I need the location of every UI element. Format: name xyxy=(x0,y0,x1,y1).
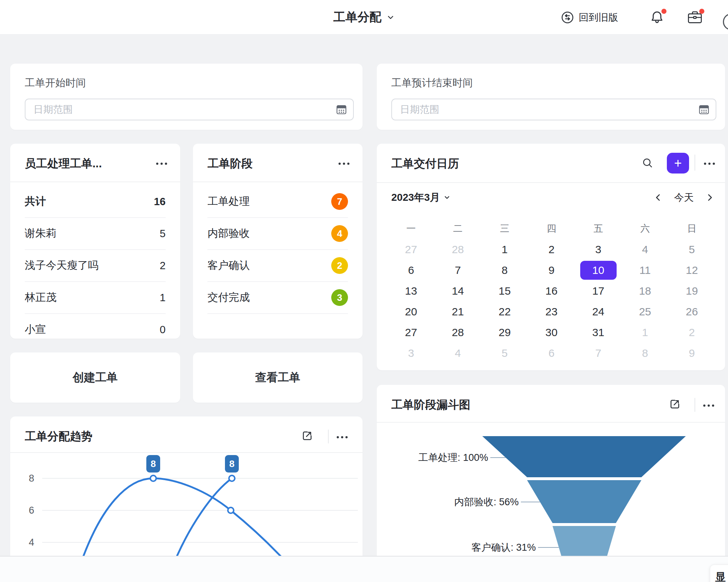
page-title-dropdown[interactable]: 工单分配 xyxy=(333,0,395,35)
calendar-day[interactable]: 6 xyxy=(388,260,435,280)
end-date-range-input[interactable] xyxy=(391,99,716,120)
calendar-day[interactable]: 1 xyxy=(481,239,528,260)
start-date-range-input[interactable] xyxy=(25,99,354,120)
stage-row[interactable]: 客户确认2 xyxy=(207,250,348,282)
employee-row[interactable]: 小宣0 xyxy=(25,314,166,339)
calendar-day[interactable]: 2 xyxy=(668,322,715,343)
stage-row[interactable]: 内部验收4 xyxy=(207,218,348,250)
add-event-button[interactable]: + xyxy=(667,153,689,174)
calendar-day[interactable]: 2 xyxy=(528,239,575,260)
calendar-day[interactable]: 8 xyxy=(481,260,528,280)
calendar-day[interactable]: 3 xyxy=(575,239,622,260)
calendar-day[interactable]: 21 xyxy=(435,301,482,322)
calendar-day[interactable]: 30 xyxy=(528,322,575,343)
employee-row[interactable]: 林正茂1 xyxy=(25,282,166,314)
calendar-day[interactable]: 25 xyxy=(622,301,669,322)
more-menu-icon[interactable] xyxy=(704,162,715,166)
employee-count: 16 xyxy=(154,196,166,208)
calendar-day[interactable]: 19 xyxy=(668,280,715,301)
view-workorder-button[interactable]: 查看工单 xyxy=(193,352,363,403)
chevron-left-icon[interactable] xyxy=(654,193,662,202)
open-in-new-icon[interactable] xyxy=(668,398,681,411)
employee-row[interactable]: 浅子今天瘦了吗2 xyxy=(25,250,166,282)
calendar-day[interactable]: 9 xyxy=(528,260,575,280)
calendar-day[interactable]: 22 xyxy=(481,301,528,322)
search-icon[interactable] xyxy=(641,157,654,169)
employee-name: 小宣 xyxy=(25,322,46,337)
calendar-day[interactable]: 11 xyxy=(622,260,669,280)
employee-count: 0 xyxy=(160,324,166,336)
calendar-day[interactable]: 12 xyxy=(668,260,715,280)
calendar-day[interactable]: 28 xyxy=(435,239,482,260)
calendar-day[interactable]: 9 xyxy=(668,343,715,363)
calendar-day[interactable]: 18 xyxy=(622,280,669,301)
notifications-button[interactable] xyxy=(649,10,665,25)
calendar-day[interactable]: 29 xyxy=(481,322,528,343)
funnel-segment-3[interactable] xyxy=(553,526,616,556)
stage-count-badge: 2 xyxy=(331,257,348,274)
calendar-day[interactable]: 23 xyxy=(528,301,575,322)
create-workorder-button[interactable]: 创建工单 xyxy=(10,352,180,403)
filter-end-label: 工单预计结束时间 xyxy=(391,76,473,90)
calendar-day[interactable]: 26 xyxy=(668,301,715,322)
calendar-day[interactable]: 13 xyxy=(388,280,435,301)
y-tick: 6 xyxy=(29,505,34,516)
open-in-new-icon[interactable] xyxy=(301,429,314,442)
calendar-day[interactable]: 15 xyxy=(481,280,528,301)
more-menu-icon[interactable] xyxy=(156,162,167,166)
more-menu-icon[interactable] xyxy=(337,435,348,439)
funnel-chart: 工单处理: 100% 内部验收: 56% 客户确认: 31% xyxy=(377,422,725,556)
trend-chart-card: 工单分配趋势 8 6 4 8 8 xyxy=(10,416,363,569)
calendar-day[interactable]: 4 xyxy=(435,343,482,363)
calendar-day[interactable]: 7 xyxy=(575,343,622,363)
more-menu-icon[interactable] xyxy=(339,162,349,166)
funnel-segment-1[interactable] xyxy=(482,436,686,477)
stage-row[interactable]: 工单处理7 xyxy=(207,186,348,218)
data-point-marker[interactable] xyxy=(229,475,235,481)
calendar-day[interactable]: 5 xyxy=(668,239,715,260)
data-point-marker[interactable] xyxy=(228,507,234,513)
stage-stats-card: 工单阶段 工单处理7内部验收4客户确认2交付完成3 xyxy=(193,144,363,339)
weekday-label: 日 xyxy=(668,218,715,239)
calendar-day[interactable]: 31 xyxy=(575,322,622,343)
more-menu-icon[interactable] xyxy=(703,404,714,407)
calendar-day[interactable]: 7 xyxy=(435,260,482,280)
calendar-day[interactable]: 24 xyxy=(575,301,622,322)
stage-name: 交付完成 xyxy=(207,290,250,305)
calendar-day[interactable]: 4 xyxy=(622,239,669,260)
calendar-day[interactable]: 20 xyxy=(388,301,435,322)
calendar-day[interactable]: 16 xyxy=(528,280,575,301)
calendar-day[interactable]: 6 xyxy=(528,343,575,363)
calendar-day[interactable]: 5 xyxy=(481,343,528,363)
today-button[interactable]: 今天 xyxy=(674,191,694,204)
calendar-day[interactable]: 27 xyxy=(388,322,435,343)
calendar-day[interactable]: 3 xyxy=(388,343,435,363)
employee-row[interactable]: 共计16 xyxy=(25,186,166,218)
calendar-day[interactable]: 28 xyxy=(435,322,482,343)
calendar-day[interactable]: 1 xyxy=(622,322,669,343)
employee-card-title: 员工处理工单... xyxy=(25,156,102,171)
notification-badge-dot xyxy=(661,9,666,14)
employee-row[interactable]: 谢朱莉5 xyxy=(25,218,166,250)
calendar-day[interactable]: 27 xyxy=(388,239,435,260)
back-to-old-button[interactable]: 回到旧版 xyxy=(561,0,618,35)
employee-count: 5 xyxy=(160,228,166,240)
stage-count-badge: 3 xyxy=(331,289,348,306)
calendar-icon[interactable] xyxy=(336,104,347,115)
stage-row[interactable]: 交付完成3 xyxy=(207,282,348,314)
filter-start-label: 工单开始时间 xyxy=(25,76,86,90)
calendar-day-selected[interactable]: 10 xyxy=(575,260,622,280)
calendar-icon[interactable] xyxy=(698,104,710,115)
chevron-right-icon[interactable] xyxy=(706,193,713,202)
data-point-marker[interactable] xyxy=(150,475,156,481)
calendar-day[interactable]: 14 xyxy=(435,280,482,301)
month-label: 2023年3月 xyxy=(391,191,440,204)
show-hint-button[interactable]: 显 xyxy=(710,565,728,582)
calendar-day[interactable]: 17 xyxy=(575,280,622,301)
avatar[interactable] xyxy=(723,13,728,30)
calendar-day[interactable]: 8 xyxy=(622,343,669,363)
workbench-button[interactable] xyxy=(687,10,703,25)
month-selector[interactable]: 2023年3月 xyxy=(391,191,450,204)
funnel-segment-2[interactable] xyxy=(527,480,641,523)
filter-card-start: 工单开始时间 xyxy=(10,64,363,130)
